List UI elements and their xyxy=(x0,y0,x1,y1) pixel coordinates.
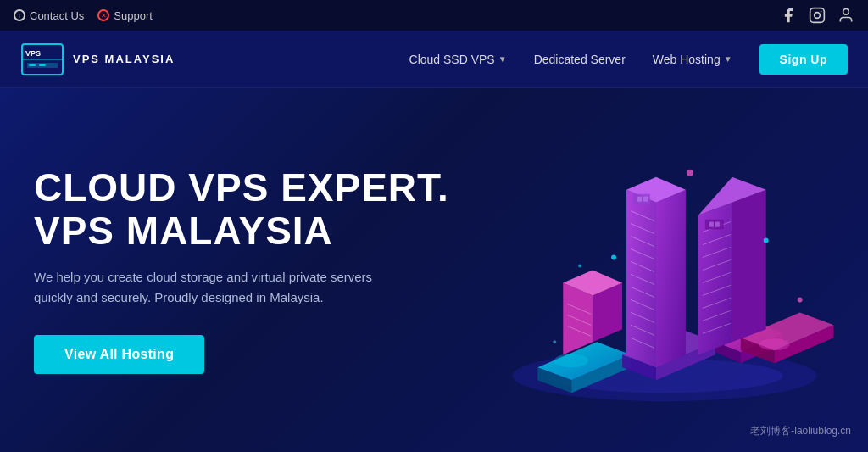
topbar-right xyxy=(780,7,854,24)
svg-point-63 xyxy=(764,238,769,243)
support-link[interactable]: ✕ Support xyxy=(97,9,153,22)
hero-section: CLOUD VPS EXPERT. VPS MALAYSIA We help y… xyxy=(0,88,868,452)
logo-area[interactable]: VPS VPS MALAYSIA xyxy=(20,42,175,76)
navbar: VPS VPS MALAYSIA Cloud SSD VPS ▼ Dedicat… xyxy=(0,31,868,88)
topbar-left: i Contact Us ✕ Support xyxy=(14,9,153,22)
logo-icon: VPS xyxy=(20,42,64,76)
svg-rect-54 xyxy=(709,222,714,227)
hero-title-line2: VPS MALAYSIA xyxy=(34,209,333,253)
hero-description: We help you create cloud storage and vir… xyxy=(34,267,373,308)
svg-point-64 xyxy=(687,170,693,176)
hosting-dropdown-arrow: ▼ xyxy=(724,54,732,64)
hero-server-illustration xyxy=(444,88,868,452)
svg-text:VPS: VPS xyxy=(25,49,41,58)
nav-dedicated-server[interactable]: Dedicated Server xyxy=(534,53,626,66)
svg-marker-42 xyxy=(732,190,766,343)
server-svg xyxy=(444,88,868,452)
svg-rect-53 xyxy=(705,220,724,230)
watermark: 老刘博客-laoliublog.cn xyxy=(750,424,851,438)
contact-label: Contact Us xyxy=(30,9,84,22)
nav-cloud-ssd-vps[interactable]: Cloud SSD VPS ▼ xyxy=(409,53,507,66)
nav-hosting-label: Web Hosting xyxy=(653,53,721,66)
svg-point-62 xyxy=(611,255,616,260)
svg-rect-40 xyxy=(643,197,648,202)
nav-cloud-label: Cloud SSD VPS xyxy=(409,53,495,66)
instagram-icon[interactable] xyxy=(809,7,826,24)
svg-rect-55 xyxy=(715,222,720,227)
logo-brand: VPS MALAYSIA xyxy=(73,53,175,66)
contact-us-link[interactable]: i Contact Us xyxy=(14,9,84,22)
svg-point-2 xyxy=(821,11,822,13)
nav-dedicated-label: Dedicated Server xyxy=(534,53,626,66)
svg-point-69 xyxy=(760,338,790,350)
svg-rect-39 xyxy=(637,197,642,202)
nav-links: Cloud SSD VPS ▼ Dedicated Server Web Hos… xyxy=(409,44,848,75)
contact-icon: i xyxy=(14,9,25,21)
cloud-dropdown-arrow: ▼ xyxy=(498,54,507,64)
svg-point-67 xyxy=(553,340,556,343)
support-label: Support xyxy=(114,9,153,22)
hero-title: CLOUD VPS EXPERT. VPS MALAYSIA xyxy=(34,166,449,252)
support-icon: ✕ xyxy=(97,9,109,21)
svg-point-1 xyxy=(815,13,821,19)
view-all-hosting-button[interactable]: View All Hosting xyxy=(34,335,204,374)
svg-rect-0 xyxy=(810,8,825,23)
logo-text-area: VPS MALAYSIA xyxy=(73,53,175,66)
svg-point-68 xyxy=(554,354,588,367)
topbar: i Contact Us ✕ Support xyxy=(0,0,868,31)
svg-point-66 xyxy=(798,297,803,302)
signup-button[interactable]: Sign Up xyxy=(760,44,848,75)
svg-rect-8 xyxy=(29,64,36,66)
svg-point-65 xyxy=(578,265,581,268)
hero-title-line1: CLOUD VPS EXPERT. xyxy=(34,165,449,209)
svg-marker-25 xyxy=(656,190,686,368)
watermark-text: 老刘博客-laoliublog.cn xyxy=(750,425,851,437)
svg-point-3 xyxy=(843,9,849,15)
account-icon[interactable] xyxy=(837,7,854,24)
svg-rect-9 xyxy=(39,64,46,66)
hero-content: CLOUD VPS EXPERT. VPS MALAYSIA We help y… xyxy=(34,166,449,374)
facebook-icon[interactable] xyxy=(780,7,797,24)
nav-web-hosting[interactable]: Web Hosting ▼ xyxy=(653,53,732,66)
